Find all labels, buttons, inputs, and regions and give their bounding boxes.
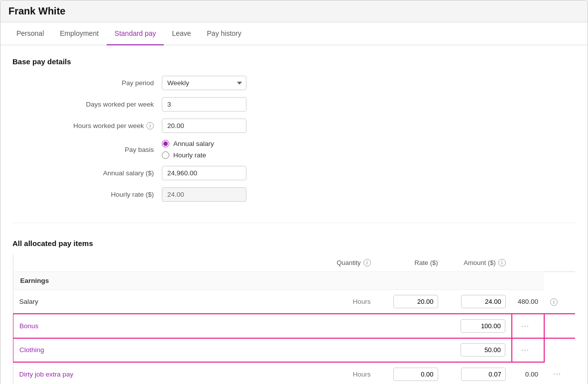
hourly-rate-label: Hourly rate ($): [12, 191, 162, 198]
col-rate: Rate ($): [377, 254, 444, 272]
bonus-qty-cell: [377, 314, 444, 338]
col-item: [13, 254, 322, 272]
title-bar: Frank White: [0, 0, 588, 22]
hours-per-week-input[interactable]: [162, 119, 246, 133]
salary-name: Salary: [13, 290, 322, 314]
dirty-job-name-cell: Dirty job extra pay: [13, 362, 322, 384]
earnings-group-header: Earnings: [13, 272, 576, 290]
bonus-amount-cell: [444, 314, 512, 338]
quantity-info-icon[interactable]: i: [363, 259, 371, 266]
pay-items-table: Quantity i Rate ($) Amount ($) i: [12, 254, 576, 384]
pay-basis-label: Pay basis: [12, 146, 162, 153]
salary-quantity-input[interactable]: [393, 295, 438, 308]
hours-per-week-label: Hours worked per week i: [12, 122, 162, 129]
tab-employment[interactable]: Employment: [52, 22, 107, 45]
bonus-link[interactable]: Bonus: [19, 322, 38, 330]
tab-leave[interactable]: Leave: [164, 22, 199, 45]
dirty-job-link[interactable]: Dirty job extra pay: [19, 371, 74, 378]
annual-salary-input[interactable]: [162, 166, 246, 180]
dirty-job-unit: Hours: [322, 362, 376, 384]
dirty-job-quantity-input[interactable]: [393, 368, 438, 381]
salary-amount-cell: 480.00: [512, 290, 544, 314]
salary-unit: Hours: [322, 290, 376, 314]
page-title: Frank White: [8, 5, 580, 17]
salary-row: Salary Hours 480.00 i: [13, 290, 576, 314]
bonus-amount-input[interactable]: [461, 319, 505, 333]
tab-pay-history[interactable]: Pay history: [199, 22, 249, 45]
clothing-amount-input[interactable]: [461, 343, 505, 357]
hourly-rate-input[interactable]: [162, 187, 246, 202]
salary-rate-cell: [444, 290, 512, 314]
clothing-link[interactable]: Clothing: [19, 346, 44, 354]
col-quantity: Quantity i: [322, 254, 376, 272]
pay-basis-hourly-rate[interactable]: Hourly rate: [162, 151, 214, 159]
tab-personal[interactable]: Personal: [8, 22, 52, 45]
clothing-qty-cell: [377, 338, 444, 363]
pay-items-title: All allocated pay items: [12, 239, 576, 248]
salary-quantity-cell: [377, 290, 444, 314]
col-amount: Amount ($) i: [444, 254, 512, 272]
annual-salary-label: Annual salary ($): [12, 169, 162, 177]
hours-per-week-row: Hours worked per week i: [12, 119, 576, 133]
clothing-actions-cell: ···: [512, 338, 544, 363]
clothing-amount-cell: [444, 338, 512, 363]
pay-period-select[interactable]: Weekly: [162, 76, 246, 90]
salary-info-cell: i: [544, 290, 576, 314]
salary-info-icon[interactable]: i: [550, 298, 558, 306]
dirty-job-amount-cell: 0.00: [512, 362, 544, 384]
dirty-job-actions-cell: ···: [544, 362, 576, 384]
pay-basis-row: Pay basis Annual salary Hourly rate: [12, 140, 576, 159]
annual-salary-row: Annual salary ($): [12, 166, 576, 180]
tab-bar: Personal Employment Standard pay Leave P…: [0, 22, 588, 45]
hourly-rate-row: Hourly rate ($): [12, 187, 576, 202]
dirty-job-more-button[interactable]: ···: [550, 368, 564, 381]
pay-basis-radio-group: Annual salary Hourly rate: [162, 140, 214, 159]
pay-period-label: Pay period: [12, 79, 162, 87]
main-content: Base pay details Pay period Weekly Days …: [0, 45, 588, 384]
bonus-row: Bonus ···: [13, 314, 576, 338]
days-per-week-label: Days worked per week: [12, 101, 162, 108]
salary-rate-input[interactable]: [461, 295, 506, 308]
base-pay-section: Base pay details Pay period Weekly Days …: [12, 57, 576, 223]
days-per-week-input[interactable]: [162, 97, 246, 112]
pay-basis-annual-salary[interactable]: Annual salary: [162, 140, 214, 147]
clothing-row: Clothing ···: [13, 338, 576, 363]
salary-amount: 480.00: [518, 298, 538, 305]
earnings-label: Earnings: [20, 277, 49, 284]
tab-standard-pay[interactable]: Standard pay: [107, 22, 164, 45]
clothing-name-cell: Clothing: [13, 338, 377, 363]
pay-items-section: All allocated pay items Quantity i Rate …: [12, 239, 576, 384]
dirty-job-rate-input[interactable]: [461, 368, 506, 381]
bonus-actions-cell: ···: [512, 314, 544, 338]
hours-per-week-info-icon[interactable]: i: [146, 122, 154, 129]
amount-info-icon[interactable]: i: [498, 259, 506, 266]
clothing-more-button[interactable]: ···: [518, 344, 532, 357]
dirty-job-rate-cell: [444, 362, 512, 384]
col-actions: [512, 254, 544, 272]
base-pay-title: Base pay details: [12, 57, 576, 66]
pay-period-row: Pay period Weekly: [12, 76, 576, 90]
bonus-more-button[interactable]: ···: [518, 320, 532, 333]
dirty-job-amount: 0.00: [525, 371, 538, 378]
days-per-week-row: Days worked per week: [12, 97, 576, 112]
dirty-job-row: Dirty job extra pay Hours 0.00: [13, 362, 576, 384]
bonus-name-cell: Bonus: [13, 314, 377, 338]
dirty-job-quantity-cell: [377, 362, 444, 384]
